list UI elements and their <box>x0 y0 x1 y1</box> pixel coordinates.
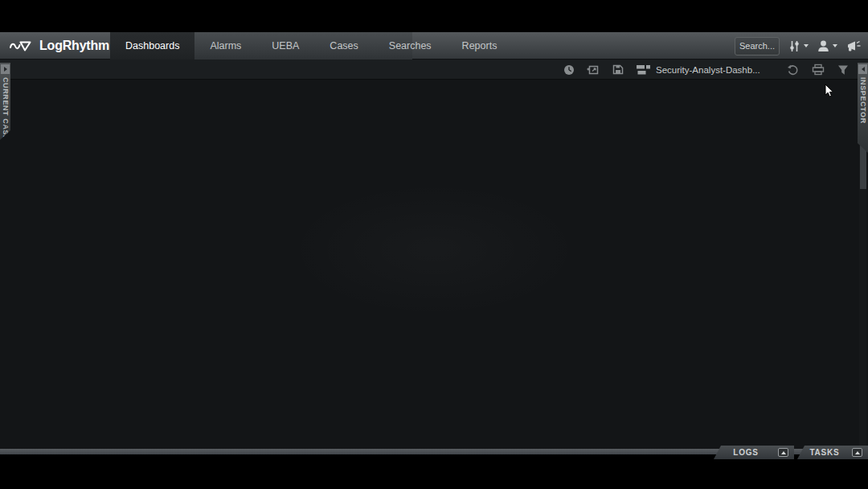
logrhythm-app-window: LogRhythm™ Dashboards Alarms UEBA Cases … <box>0 0 868 489</box>
nav-tabstrip: Dashboards Alarms UEBA Cases Searches Re… <box>110 32 412 60</box>
sliders-icon <box>788 39 801 53</box>
expand-current-case-button[interactable] <box>1 64 10 74</box>
filter-icon[interactable] <box>837 64 849 76</box>
toolbar-left-group: Security-Analyst-Dashb... <box>563 60 760 80</box>
bottom-black-band <box>0 454 868 489</box>
chevron-down-icon <box>833 44 837 47</box>
expand-tasks-button[interactable] <box>852 448 862 457</box>
tasks-label: TASKS <box>797 448 852 457</box>
chevron-down-icon <box>804 44 809 47</box>
dashboard-grid-icon <box>637 65 650 75</box>
tab-cases[interactable]: Cases <box>314 32 373 60</box>
logrhythm-wave-icon <box>10 39 34 53</box>
toolbar-right-group <box>787 60 849 80</box>
search-input[interactable]: Search... <box>735 37 780 55</box>
current-case-panel-tab[interactable]: CURRENT CASE <box>0 63 10 140</box>
print-icon[interactable] <box>812 64 825 76</box>
chevron-up-icon <box>781 451 786 454</box>
main-navbar: LogRhythm™ Dashboards Alarms UEBA Cases … <box>0 32 868 60</box>
chevron-right-icon <box>4 67 7 72</box>
logo-text: LogRhythm <box>39 39 109 52</box>
tab-searches[interactable]: Searches <box>374 32 447 60</box>
undo-icon[interactable] <box>787 64 799 76</box>
dashboard-toolbar: Security-Analyst-Dashb... <box>0 60 868 80</box>
megaphone-icon <box>845 39 862 53</box>
current-case-label: CURRENT CASE <box>2 77 10 141</box>
tab-dashboards[interactable]: Dashboards <box>110 32 194 60</box>
tasks-drawer-tab[interactable]: TASKS <box>797 446 868 459</box>
dashboard-content-area <box>0 80 868 449</box>
chevron-up-icon <box>855 451 860 454</box>
expand-logs-button[interactable] <box>778 448 788 457</box>
tab-ueba[interactable]: UEBA <box>256 32 314 60</box>
user-menu[interactable] <box>817 39 837 53</box>
tab-reports[interactable]: Reports <box>447 32 513 60</box>
chevron-left-icon <box>862 67 865 72</box>
tab-alarms[interactable]: Alarms <box>194 32 256 60</box>
expand-inspector-button[interactable] <box>858 64 867 74</box>
logs-label: LOGS <box>714 448 778 457</box>
inspector-panel-tab[interactable]: INSPECTOR <box>858 63 868 153</box>
dashboard-title: Security-Analyst-Dashb... <box>656 65 760 75</box>
inspector-label: INSPECTOR <box>859 77 867 124</box>
clock-icon[interactable] <box>563 64 575 76</box>
save-layout-icon[interactable] <box>612 64 624 76</box>
user-icon <box>817 39 830 53</box>
nav-right-controls: Search... <box>735 32 862 60</box>
logrhythm-logo[interactable]: LogRhythm™ <box>10 32 115 60</box>
dashboard-selector[interactable]: Security-Analyst-Dashb... <box>637 65 760 75</box>
top-black-band <box>0 0 868 32</box>
add-widget-icon[interactable] <box>587 64 600 76</box>
announcements-button[interactable] <box>845 39 862 53</box>
preferences-menu[interactable] <box>788 39 809 53</box>
logs-drawer-tab[interactable]: LOGS <box>714 446 794 459</box>
